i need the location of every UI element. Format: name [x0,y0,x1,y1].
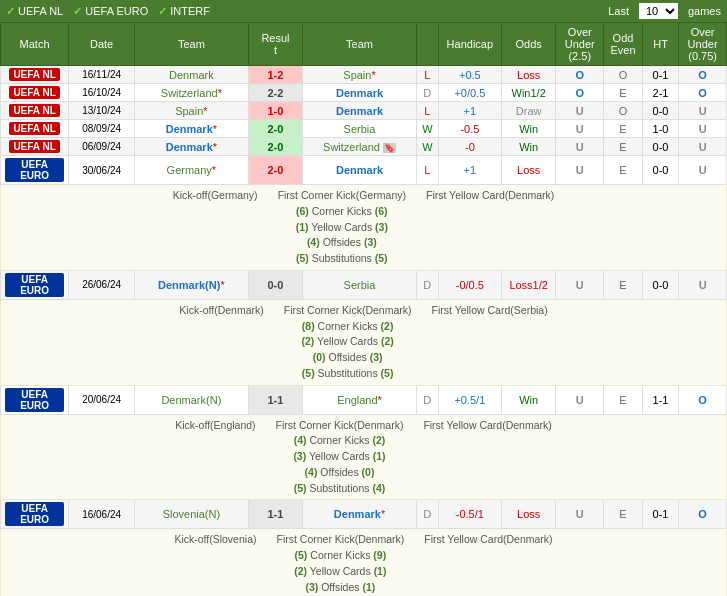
match-result: 1-1 [248,500,303,529]
win-draw-loss: L [416,66,438,84]
team2-name[interactable]: England* [303,385,417,414]
team1-name[interactable]: Spain* [135,102,249,120]
odds-value: Loss [501,66,556,84]
detail-kickoff: Kick-off(Denmark) [179,303,263,382]
team2-name[interactable]: Denmark [303,156,417,185]
match-badge: UEFA EURO [1,385,69,414]
match-result: 2-0 [248,156,303,185]
games-select[interactable]: 10 20 30 [639,3,678,19]
team2-name[interactable]: Serbia [303,270,417,299]
detail-yellow: First Yellow Card(Serbia) [432,303,548,382]
col-header-match: Match [1,23,69,66]
team2-name[interactable]: Denmark* [303,500,417,529]
handicap-value: +1 [438,156,501,185]
team1-name[interactable]: Denmark* [135,120,249,138]
match-badge: UEFA NL [1,102,69,120]
detail-corner: First Corner Kick(Denmark) (5) Corner Ki… [276,532,404,596]
match-badge: UEFA NL [1,84,69,102]
over-under-075: O [679,500,727,529]
odds-value: Win [501,120,556,138]
over-under-25: U [556,270,604,299]
detail-row: Kick-off(England) First Corner Kick(Denm… [1,414,727,500]
odds-value: Win [501,385,556,414]
match-badge: UEFA EURO [1,156,69,185]
match-date: 30/06/24 [69,156,135,185]
win-draw-loss: D [416,84,438,102]
over-under-075: O [679,66,727,84]
odd-even: O [604,102,643,120]
team2-name[interactable]: Spain* [303,66,417,84]
halftime-result: 0-0 [642,156,678,185]
team1-name[interactable]: Germany* [135,156,249,185]
handicap-value: +1 [438,102,501,120]
match-date: 16/06/24 [69,500,135,529]
match-date: 06/09/24 [69,138,135,156]
detail-kickoff: Kick-off(England) [175,418,255,497]
halftime-result: 2-1 [642,84,678,102]
detail-row: Kick-off(Germany) First Corner Kick(Germ… [1,185,727,271]
halftime-result: 0-0 [642,102,678,120]
table-row: UEFA NL 08/09/24 Denmark* 2-0 Serbia W -… [1,120,727,138]
odd-even: E [604,500,643,529]
team2-name[interactable]: Denmark [303,102,417,120]
match-result: 1-2 [248,66,303,84]
handicap-value: +0.5 [438,66,501,84]
col-header-ou25: OverUnder(2.5) [556,23,604,66]
over-under-075: U [679,270,727,299]
team1-name[interactable]: Denmark(N)* [135,270,249,299]
match-badge: UEFA NL [1,120,69,138]
match-date: 16/11/24 [69,66,135,84]
team1-name[interactable]: Slovenia(N) [135,500,249,529]
match-badge: UEFA NL [1,138,69,156]
team2-name[interactable]: Serbia [303,120,417,138]
halftime-result: 1-0 [642,120,678,138]
over-under-075: U [679,138,727,156]
halftime-result: 0-0 [642,138,678,156]
match-date: 13/10/24 [69,102,135,120]
over-under-25: U [556,138,604,156]
detail-row: Kick-off(Denmark) First Corner Kick(Denm… [1,299,727,385]
win-draw-loss: L [416,102,438,120]
win-draw-loss: D [416,500,438,529]
team1-name[interactable]: Denmark(N) [135,385,249,414]
col-header-team2: Team [303,23,417,66]
detail-content: Kick-off(Germany) First Corner Kick(Germ… [1,185,727,271]
detail-yellow: First Yellow Card(Denmark) [423,418,551,497]
over-under-25: U [556,102,604,120]
filter-interf[interactable]: ✓ INTERF [158,5,210,18]
team1-name[interactable]: Denmark [135,66,249,84]
halftime-result: 1-1 [642,385,678,414]
odd-even: E [604,138,643,156]
team1-name[interactable]: Denmark* [135,138,249,156]
detail-corner: First Corner Kick(Germany) (6) Corner Ki… [278,188,406,267]
odds-value: Draw [501,102,556,120]
match-badge: UEFA NL [1,66,69,84]
col-header-ht: HT [642,23,678,66]
table-row: UEFA NL 16/11/24 Denmark 1-2 Spain* L +0… [1,66,727,84]
odds-value: Loss [501,500,556,529]
col-header-wd [416,23,438,66]
team1-name[interactable]: Switzerland* [135,84,249,102]
team2-name[interactable]: Denmark [303,84,417,102]
team2-name[interactable]: Switzerland 🔖 [303,138,417,156]
match-badge: UEFA EURO [1,270,69,299]
col-header-handicap: Handicap [438,23,501,66]
detail-row: Kick-off(Slovenia) First Corner Kick(Den… [1,529,727,596]
odds-value: Loss1/2 [501,270,556,299]
match-result: 1-0 [248,102,303,120]
match-date: 26/06/24 [69,270,135,299]
filter-uefa-euro[interactable]: ✓ UEFA EURO [73,5,148,18]
over-under-25: O [556,84,604,102]
match-result: 2-0 [248,138,303,156]
table-row: UEFA EURO 16/06/24 Slovenia(N) 1-1 Denma… [1,500,727,529]
odds-value: Loss [501,156,556,185]
odd-even: E [604,270,643,299]
match-date: 20/06/24 [69,385,135,414]
over-under-25: O [556,66,604,84]
odd-even: E [604,84,643,102]
filter-uefa-nl[interactable]: ✓ UEFA NL [6,5,63,18]
odd-even: E [604,156,643,185]
detail-corner: First Corner Kick(Denmark) (4) Corner Ki… [276,418,404,497]
table-row: UEFA EURO 26/06/24 Denmark(N)* 0-0 Serbi… [1,270,727,299]
odd-even: O [604,66,643,84]
